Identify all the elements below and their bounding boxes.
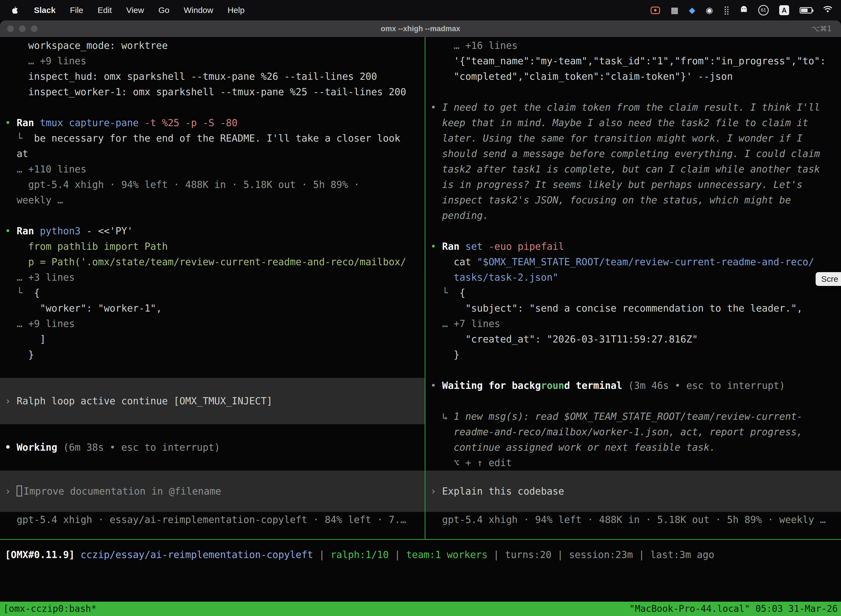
tmux-host-clock: "MacBook-Pro-44.local" 05:03 31-Mar-26	[629, 602, 838, 616]
terminal-line: }	[425, 347, 841, 362]
prompt-band[interactable]: › Explain this codebase	[425, 471, 841, 512]
window-title-bar: omx --xhigh --madmax ⌥⌘1	[0, 21, 841, 37]
terminal-line: "created_at": "2026-03-31T11:59:27.816Z"	[425, 331, 841, 347]
ghost-icon[interactable]	[740, 6, 748, 15]
terminal-line: task2 after task1 is complete, but can I…	[425, 161, 841, 177]
menu-bar-status-icons: ▦ ◆ ◉ ⣿ 61 A	[651, 5, 841, 15]
terminal-line: keep that in mind. Maybe I also need the…	[425, 115, 841, 131]
terminal-line: • Ran tmux capture-pane -t %25 -p -S -80	[0, 115, 425, 131]
tmux-status-bar: [omx-cczip0:bash* "MacBook-Pro-44.local"…	[0, 602, 841, 616]
terminal-line: cat "$OMX_TEAM_STATE_ROOT/team/review-cu…	[425, 254, 841, 270]
blank-line	[0, 424, 425, 440]
terminal-line: at	[0, 146, 425, 161]
terminal-line: ]	[0, 331, 425, 347]
terminal-line: workspace_mode: worktree	[0, 38, 425, 53]
blank-line	[425, 84, 841, 100]
tmux-session-window[interactable]: [omx-cczip0:bash*	[3, 602, 97, 616]
terminal-line: gpt-5.4 xhigh · 94% left · 488K in · 5.1…	[425, 512, 841, 527]
terminal-pane-bottom: [OMX#0.11.9] cczip/essay/ai-reimplementa…	[0, 540, 841, 602]
omx-status-line: [OMX#0.11.9] cczip/essay/ai-reimplementa…	[0, 540, 841, 562]
menu-item-go[interactable]: Go	[151, 0, 177, 21]
terminal-line: … +16 lines	[425, 38, 841, 53]
menu-item-edit[interactable]: Edit	[91, 0, 119, 21]
terminal-line: "worker": "worker-1",	[0, 301, 425, 316]
screen-recording-icon[interactable]	[651, 7, 660, 14]
blank-line	[0, 100, 425, 115]
terminal-line: ⌥ + ↑ edit	[425, 455, 841, 471]
blank-line	[0, 362, 425, 378]
terminal: workspace_mode: worktree … +9 lines insp…	[0, 37, 841, 602]
terminal-line: • I need to get the claim token from the…	[425, 100, 841, 115]
terminal-line: inspect_worker-1: omx sparkshell --tmux-…	[0, 84, 425, 100]
terminal-line: weekly …	[0, 192, 425, 208]
prompt-band[interactable]: › Improve documentation in @filename	[0, 471, 425, 512]
terminal-line: continue assigned work or next feasible …	[425, 440, 841, 455]
menu-dots-icon[interactable]: ⣿	[724, 6, 730, 14]
terminal-line: • Waiting for background terminal (3m 46…	[425, 378, 841, 393]
terminal-line: from pathlib import Path	[0, 239, 425, 254]
wifi-icon[interactable]	[823, 6, 833, 15]
terminal-line: "completed","claim_token":"claim-token"}…	[425, 69, 841, 84]
window-shortcut: ⌥⌘1	[812, 21, 832, 37]
text-cursor	[16, 485, 22, 497]
menu-item-view[interactable]: View	[119, 0, 151, 21]
window-grid-icon[interactable]: ▦	[671, 6, 678, 14]
terminal-line: └ be necessary for the end of the README…	[0, 131, 425, 146]
terminal-line: ↳ 1 new msg(s): read $OMX_TEAM_STATE_ROO…	[425, 409, 841, 424]
blank-line	[0, 455, 425, 471]
terminal-line: later. Using the same for transition mig…	[425, 131, 841, 146]
terminal-line: inspect_hud: omx sparkshell --tmux-pane …	[0, 69, 425, 84]
terminal-line: • Ran python3 - <<'PY'	[0, 223, 425, 239]
menu-item-help[interactable]: Help	[220, 0, 252, 21]
prompt-band[interactable]: › Ralph loop active continue [OMX_TMUX_I…	[0, 378, 425, 424]
menu-item-file[interactable]: File	[63, 0, 90, 21]
menu-item-window[interactable]: Window	[177, 0, 220, 21]
keyboard-input-icon[interactable]: A	[779, 5, 789, 15]
terminal-line: … +9 lines	[0, 316, 425, 331]
terminal-line: • Ran set -euo pipefail	[425, 239, 841, 254]
terminal-line: "subject": "send a concise recommendatio…	[425, 301, 841, 316]
terminal-line: • Working (6m 38s • esc to interrupt)	[0, 440, 425, 455]
terminal-line: … +9 lines	[0, 53, 425, 69]
terminal-line: should send a message before completing …	[425, 146, 841, 161]
terminal-line: tasks/task-2.json"	[425, 270, 841, 285]
terminal-line: pending.	[425, 208, 841, 223]
blank-line	[425, 223, 841, 239]
terminal-line: … +110 lines	[0, 161, 425, 177]
terminal-line: readme-and-reco/mailbox/worker-1.json, a…	[425, 424, 841, 440]
terminal-line: '{"team_name":"my-team","task_id":"1","f…	[425, 53, 841, 69]
terminal-line: └ {	[0, 285, 425, 301]
terminal-line: }	[0, 347, 425, 362]
app-circle-icon[interactable]: ◉	[706, 6, 713, 14]
blank-line	[0, 208, 425, 223]
blank-line	[425, 362, 841, 378]
terminal-pane-right[interactable]: … +16 lines '{"team_name":"my-team","tas…	[425, 37, 841, 539]
terminal-line: └ {	[425, 285, 841, 301]
window-title: omx --xhigh --madmax	[0, 21, 841, 37]
tmux-pane-vertical-border[interactable]	[425, 37, 425, 540]
terminal-line: … +7 lines	[425, 316, 841, 331]
apple-menu-icon[interactable]	[11, 6, 19, 15]
terminal-line: is in progress? It seems likely but perh…	[425, 177, 841, 192]
terminal-line: p = Path('.omx/state/team/review-current…	[0, 254, 425, 270]
battery-percentage-badge[interactable]: 61	[758, 5, 769, 15]
screenshot-tooltip[interactable]: Scre	[816, 272, 841, 286]
terminal-line: … +3 lines	[0, 270, 425, 285]
terminal-pane-left[interactable]: workspace_mode: worktree … +9 lines insp…	[0, 37, 425, 539]
battery-icon[interactable]	[800, 7, 812, 13]
menu-bar: Slack File Edit View Go Window Help ▦ ◆ …	[0, 0, 841, 21]
terminal-line: inspect task2's JSON, focusing on the st…	[425, 192, 841, 208]
terminal-line: gpt-5.4 xhigh · 94% left · 488K in · 5.1…	[0, 177, 425, 192]
terminal-line: gpt-5.4 xhigh · essay/ai-reimplementatio…	[0, 512, 425, 527]
menu-item-slack[interactable]: Slack	[27, 0, 63, 21]
raycast-icon[interactable]: ◆	[689, 6, 695, 14]
blank-line	[425, 393, 841, 409]
